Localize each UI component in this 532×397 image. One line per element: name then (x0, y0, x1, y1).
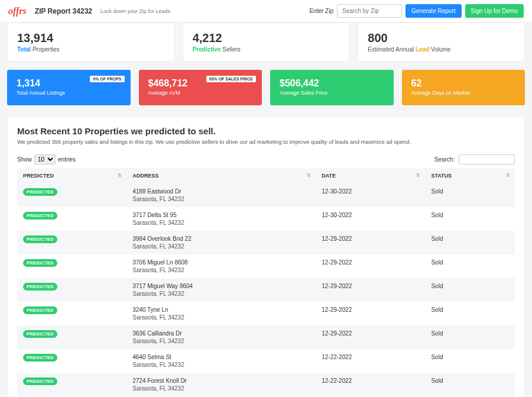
date-cell: 12-29-2022 (316, 325, 425, 349)
table-row: PREDICTED3717 Delta St 95Sarasota, FL 34… (17, 207, 515, 231)
search-label: Search: (434, 156, 455, 163)
stat-value: 62 (411, 78, 516, 89)
date-cell: 12-22-2022 (316, 349, 425, 373)
date-cell: 12-29-2022 (316, 302, 425, 325)
generate-report-button[interactable]: Generate Report (406, 4, 462, 18)
column-header[interactable]: ADDRESS⇅ (126, 168, 316, 183)
status-cell: Sold (425, 302, 515, 325)
show-label: Show (17, 156, 32, 163)
stat-label: Average Days on Market (411, 90, 516, 96)
predicted-badge: PREDICTED (23, 235, 57, 243)
table-row: PREDICTED3706 Miguel Ln 8608Sarasota, FL… (17, 254, 515, 278)
address-line2: Sarasota, FL 34232 (132, 291, 310, 297)
page-length-select[interactable]: 10 (34, 154, 56, 164)
table-controls: Show 10 entries Search: (17, 154, 515, 164)
predicted-badge: PREDICTED (23, 188, 57, 196)
tagline: Lock down your Zip for Leads (100, 8, 309, 14)
predicted-badge: PREDICTED (23, 330, 57, 338)
stat-label: Average Sales Price (280, 90, 384, 96)
signup-demo-button[interactable]: Sign Up for Demo (465, 4, 524, 18)
entries-label: entries (58, 156, 76, 163)
predictions-table: PREDICTED⇅ADDRESS⇅DATE⇅STATUS⇅ PREDICTED… (17, 168, 515, 397)
kpi-card: 800Estimated Annual Lead Volume (358, 22, 525, 62)
address-line2: Sarasota, FL 34232 (132, 314, 310, 321)
address-line1: 3984 Overlook Bnd 22 (132, 235, 310, 242)
predicted-badge: PREDICTED (23, 377, 57, 385)
kpi-label: Predictive Sellers (193, 46, 340, 53)
address-line1: 3706 Miguel Ln 8608 (132, 259, 310, 266)
predicted-badge: PREDICTED (23, 259, 57, 267)
enter-zip-label: Enter Zip (309, 8, 333, 14)
table-search-input[interactable] (459, 154, 515, 164)
column-header[interactable]: PREDICTED⇅ (17, 168, 126, 183)
address-line2: Sarasota, FL 34232 (132, 362, 310, 368)
address-line1: 3636 Calliandra Dr (132, 330, 310, 337)
stat-card: 62Average Days on Market (402, 70, 525, 105)
kpi-value: 13,914 (17, 31, 164, 45)
date-cell: 12-30-2022 (316, 207, 425, 231)
table-row: PREDICTED2724 Forest Knoll DrSarasota, F… (17, 373, 515, 396)
date-cell: 12-30-2022 (316, 183, 425, 207)
sort-icon: ⇅ (118, 173, 122, 178)
table-row: PREDICTED3717 Miguel Way 8604Sarasota, F… (17, 278, 515, 302)
column-header[interactable]: DATE⇅ (316, 168, 425, 183)
address-line1: 3240 Tyne Ln (132, 306, 310, 313)
topbar: offrs ZIP Report 34232 Lock down your Zi… (0, 0, 532, 22)
predicted-badge: PREDICTED (23, 306, 57, 314)
date-cell: 12-29-2022 (316, 231, 425, 254)
stat-card: $506,442Average Sales Price (270, 70, 394, 105)
stat-badge: 9% OF PROPS (90, 76, 124, 82)
stat-value: $506,442 (280, 78, 384, 89)
status-cell: Sold (425, 207, 515, 231)
address-line1: 2724 Forest Knoll Dr (132, 377, 310, 384)
stat-card: $468,712Average AVM93% OF SALES PRICE (139, 70, 262, 105)
date-cell: 12-22-2022 (316, 373, 425, 396)
predicted-badge: PREDICTED (23, 283, 57, 291)
status-cell: Sold (425, 349, 515, 373)
date-cell: 12-29-2022 (316, 254, 425, 278)
kpi-row: 13,914Total Properties4,212Predictive Se… (7, 22, 525, 62)
table-row: PREDICTED3240 Tyne LnSarasota, FL 342321… (17, 302, 515, 325)
stat-badge: 93% OF SALES PRICE (206, 76, 256, 82)
panel-subtitle: We predicted 356 property sales and list… (17, 138, 515, 145)
address-line2: Sarasota, FL 34232 (132, 220, 310, 226)
predictions-panel: Most Recent 10 Properties we predicted t… (7, 116, 525, 397)
sort-icon: ⇅ (506, 173, 510, 178)
panel-title: Most Recent 10 Properties we predicted t… (17, 126, 515, 136)
column-header[interactable]: STATUS⇅ (425, 168, 515, 183)
sort-icon: ⇅ (307, 173, 311, 178)
status-cell: Sold (425, 231, 515, 254)
stat-row: 1,314Total Annual Listings9% OF PROPS$46… (7, 70, 525, 105)
address-line2: Sarasota, FL 34232 (132, 243, 310, 250)
address-line1: 4640 Selma St (132, 354, 310, 360)
kpi-value: 800 (368, 31, 515, 45)
address-line2: Sarasota, FL 34232 (132, 196, 310, 202)
stat-label: Total Annual Listings (17, 90, 121, 96)
kpi-label: Total Properties (17, 46, 164, 53)
kpi-card: 4,212Predictive Sellers (183, 22, 350, 62)
table-row: PREDICTED3636 Calliandra DrSarasota, FL … (17, 325, 515, 349)
sort-icon: ⇅ (416, 173, 420, 178)
logo: offrs (8, 6, 27, 17)
status-cell: Sold (425, 325, 515, 349)
address-line2: Sarasota, FL 34232 (132, 267, 310, 273)
zip-search-input[interactable] (337, 4, 402, 18)
page-title: ZIP Report 34232 (35, 7, 92, 15)
address-line2: Sarasota, FL 34232 (132, 385, 310, 392)
predicted-badge: PREDICTED (23, 354, 57, 362)
address-line1: 3717 Miguel Way 8604 (132, 283, 310, 289)
predicted-badge: PREDICTED (23, 212, 57, 220)
stat-card: 1,314Total Annual Listings9% OF PROPS (7, 70, 131, 105)
address-line2: Sarasota, FL 34232 (132, 338, 310, 344)
status-cell: Sold (425, 254, 515, 278)
status-cell: Sold (425, 373, 515, 396)
address-line1: 4188 Eastwood Dr (132, 188, 310, 195)
address-line1: 3717 Delta St 95 (132, 212, 310, 218)
table-row: PREDICTED3984 Overlook Bnd 22Sarasota, F… (17, 231, 515, 254)
table-row: PREDICTED4640 Selma StSarasota, FL 34232… (17, 349, 515, 373)
status-cell: Sold (425, 278, 515, 302)
status-cell: Sold (425, 183, 515, 207)
date-cell: 12-29-2022 (316, 278, 425, 302)
stat-label: Average AVM (148, 90, 253, 96)
kpi-value: 4,212 (193, 31, 340, 45)
